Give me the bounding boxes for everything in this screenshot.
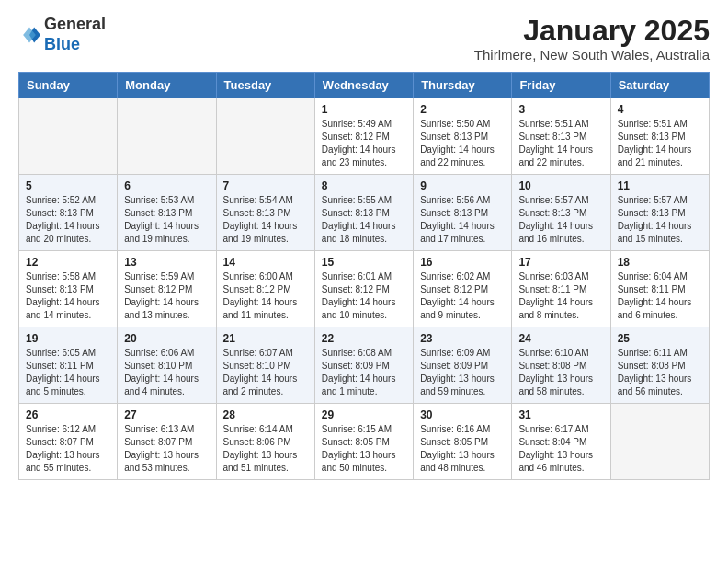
day-number: 29 — [322, 408, 406, 421]
col-tuesday: Tuesday — [216, 73, 314, 98]
day-number: 17 — [518, 256, 603, 269]
day-number: 19 — [26, 332, 110, 345]
day-number: 10 — [518, 179, 603, 192]
day-number: 1 — [322, 103, 406, 116]
table-row: 3Sunrise: 5:51 AM Sunset: 8:13 PM Daylig… — [512, 98, 610, 175]
day-info: Sunrise: 5:50 AM Sunset: 8:13 PM Dayligh… — [420, 118, 505, 169]
table-row: 18Sunrise: 6:04 AM Sunset: 8:11 PM Dayli… — [610, 251, 709, 327]
table-row: 31Sunrise: 6:17 AM Sunset: 8:04 PM Dayli… — [512, 404, 610, 480]
day-number: 27 — [124, 408, 209, 421]
day-number: 3 — [518, 103, 603, 116]
day-number: 16 — [420, 256, 505, 269]
day-number: 9 — [420, 179, 505, 192]
day-info: Sunrise: 5:56 AM Sunset: 8:13 PM Dayligh… — [420, 194, 505, 246]
table-row: 17Sunrise: 6:03 AM Sunset: 8:11 PM Dayli… — [512, 251, 610, 327]
calendar-week-row: 19Sunrise: 6:05 AM Sunset: 8:11 PM Dayli… — [19, 327, 710, 404]
day-info: Sunrise: 6:11 AM Sunset: 8:08 PM Dayligh… — [618, 347, 702, 398]
day-info: Sunrise: 5:52 AM Sunset: 8:13 PM Dayligh… — [26, 194, 110, 246]
day-info: Sunrise: 6:01 AM Sunset: 8:12 PM Dayligh… — [322, 270, 406, 322]
table-row: 29Sunrise: 6:15 AM Sunset: 8:05 PM Dayli… — [314, 404, 413, 480]
col-wednesday: Wednesday — [314, 73, 413, 98]
day-info: Sunrise: 6:10 AM Sunset: 8:08 PM Dayligh… — [518, 347, 603, 398]
calendar-week-row: 12Sunrise: 5:58 AM Sunset: 8:13 PM Dayli… — [19, 251, 710, 327]
calendar-table: Sunday Monday Tuesday Wednesday Thursday… — [18, 72, 710, 480]
table-row: 1Sunrise: 5:49 AM Sunset: 8:12 PM Daylig… — [314, 98, 413, 175]
day-number: 12 — [26, 256, 110, 269]
day-info: Sunrise: 5:49 AM Sunset: 8:12 PM Dayligh… — [322, 118, 406, 169]
day-number: 24 — [518, 332, 603, 345]
table-row: 27Sunrise: 6:13 AM Sunset: 8:07 PM Dayli… — [118, 404, 216, 480]
table-row: 11Sunrise: 5:57 AM Sunset: 8:13 PM Dayli… — [610, 175, 709, 251]
day-number: 4 — [618, 103, 702, 116]
table-row: 4Sunrise: 5:51 AM Sunset: 8:13 PM Daylig… — [610, 98, 709, 175]
day-number: 30 — [420, 408, 505, 421]
day-number: 26 — [26, 408, 110, 421]
table-row — [610, 404, 709, 480]
table-row: 22Sunrise: 6:08 AM Sunset: 8:09 PM Dayli… — [314, 327, 413, 404]
day-number: 2 — [420, 103, 505, 116]
calendar-week-row: 26Sunrise: 6:12 AM Sunset: 8:07 PM Dayli… — [19, 404, 710, 480]
table-row: 10Sunrise: 5:57 AM Sunset: 8:13 PM Dayli… — [512, 175, 610, 251]
day-info: Sunrise: 6:08 AM Sunset: 8:09 PM Dayligh… — [322, 347, 406, 398]
day-info: Sunrise: 6:13 AM Sunset: 8:07 PM Dayligh… — [124, 423, 209, 475]
col-saturday: Saturday — [610, 73, 709, 98]
day-info: Sunrise: 6:09 AM Sunset: 8:09 PM Dayligh… — [420, 347, 505, 398]
table-row: 25Sunrise: 6:11 AM Sunset: 8:08 PM Dayli… — [610, 327, 709, 404]
day-number: 8 — [322, 179, 406, 192]
logo: General Blue — [18, 15, 106, 54]
day-info: Sunrise: 6:16 AM Sunset: 8:05 PM Dayligh… — [420, 423, 505, 475]
day-info: Sunrise: 5:53 AM Sunset: 8:13 PM Dayligh… — [124, 194, 209, 246]
col-thursday: Thursday — [414, 73, 512, 98]
table-row: 28Sunrise: 6:14 AM Sunset: 8:06 PM Dayli… — [216, 404, 314, 480]
header: General Blue January 2025 Thirlmere, New… — [18, 15, 710, 63]
day-info: Sunrise: 5:57 AM Sunset: 8:13 PM Dayligh… — [518, 194, 603, 246]
col-friday: Friday — [512, 73, 610, 98]
table-row: 21Sunrise: 6:07 AM Sunset: 8:10 PM Dayli… — [216, 327, 314, 404]
table-row: 14Sunrise: 6:00 AM Sunset: 8:12 PM Dayli… — [216, 251, 314, 327]
day-number: 15 — [322, 256, 406, 269]
table-row — [19, 98, 118, 175]
logo-icon — [18, 24, 40, 46]
logo-general-text: General — [44, 15, 106, 33]
day-info: Sunrise: 6:07 AM Sunset: 8:10 PM Dayligh… — [223, 347, 308, 398]
title-block: January 2025 Thirlmere, New South Wales,… — [474, 15, 710, 63]
day-info: Sunrise: 6:05 AM Sunset: 8:11 PM Dayligh… — [26, 347, 110, 398]
col-sunday: Sunday — [19, 73, 118, 98]
day-info: Sunrise: 6:12 AM Sunset: 8:07 PM Dayligh… — [26, 423, 110, 475]
table-row: 7Sunrise: 5:54 AM Sunset: 8:13 PM Daylig… — [216, 175, 314, 251]
calendar-header-row: Sunday Monday Tuesday Wednesday Thursday… — [19, 73, 710, 98]
table-row: 24Sunrise: 6:10 AM Sunset: 8:08 PM Dayli… — [512, 327, 610, 404]
calendar-week-row: 5Sunrise: 5:52 AM Sunset: 8:13 PM Daylig… — [19, 175, 710, 251]
day-number: 23 — [420, 332, 505, 345]
page: General Blue January 2025 Thirlmere, New… — [0, 0, 728, 499]
day-number: 22 — [322, 332, 406, 345]
table-row: 5Sunrise: 5:52 AM Sunset: 8:13 PM Daylig… — [19, 175, 118, 251]
day-number: 20 — [124, 332, 209, 345]
day-number: 21 — [223, 332, 308, 345]
day-info: Sunrise: 5:59 AM Sunset: 8:12 PM Dayligh… — [124, 270, 209, 322]
day-info: Sunrise: 5:54 AM Sunset: 8:13 PM Dayligh… — [223, 194, 308, 246]
day-info: Sunrise: 6:04 AM Sunset: 8:11 PM Dayligh… — [618, 270, 702, 322]
day-number: 6 — [124, 179, 209, 192]
day-number: 18 — [618, 256, 702, 269]
day-number: 25 — [618, 332, 702, 345]
table-row: 9Sunrise: 5:56 AM Sunset: 8:13 PM Daylig… — [414, 175, 512, 251]
day-info: Sunrise: 5:57 AM Sunset: 8:13 PM Dayligh… — [618, 194, 702, 246]
table-row: 30Sunrise: 6:16 AM Sunset: 8:05 PM Dayli… — [414, 404, 512, 480]
day-info: Sunrise: 5:51 AM Sunset: 8:13 PM Dayligh… — [518, 118, 603, 169]
table-row — [118, 98, 216, 175]
table-row: 26Sunrise: 6:12 AM Sunset: 8:07 PM Dayli… — [19, 404, 118, 480]
day-info: Sunrise: 6:15 AM Sunset: 8:05 PM Dayligh… — [322, 423, 406, 475]
day-number: 11 — [618, 179, 702, 192]
day-info: Sunrise: 6:00 AM Sunset: 8:12 PM Dayligh… — [223, 270, 308, 322]
table-row: 20Sunrise: 6:06 AM Sunset: 8:10 PM Dayli… — [118, 327, 216, 404]
day-info: Sunrise: 6:03 AM Sunset: 8:11 PM Dayligh… — [518, 270, 603, 322]
table-row — [216, 98, 314, 175]
day-number: 5 — [26, 179, 110, 192]
day-number: 7 — [223, 179, 308, 192]
table-row: 6Sunrise: 5:53 AM Sunset: 8:13 PM Daylig… — [118, 175, 216, 251]
table-row: 16Sunrise: 6:02 AM Sunset: 8:12 PM Dayli… — [414, 251, 512, 327]
day-number: 31 — [518, 408, 603, 421]
day-number: 13 — [124, 256, 209, 269]
logo-blue-text: Blue — [44, 35, 80, 53]
